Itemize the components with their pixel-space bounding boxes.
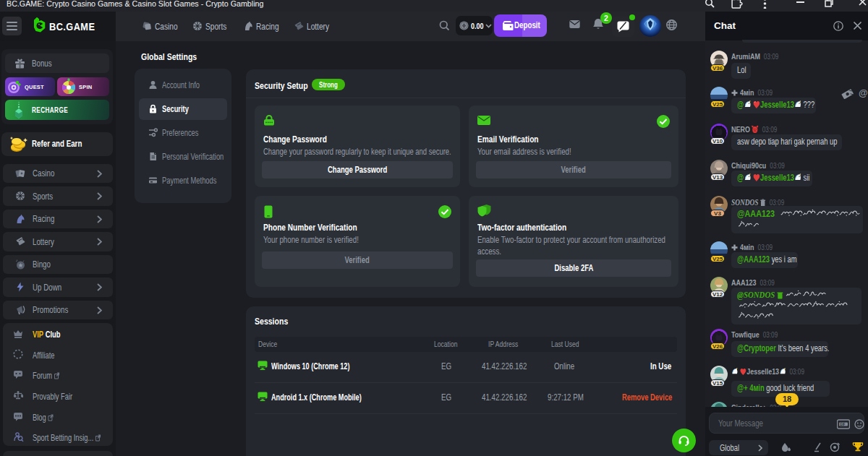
svg-text:GIF: GIF: [840, 423, 846, 426]
